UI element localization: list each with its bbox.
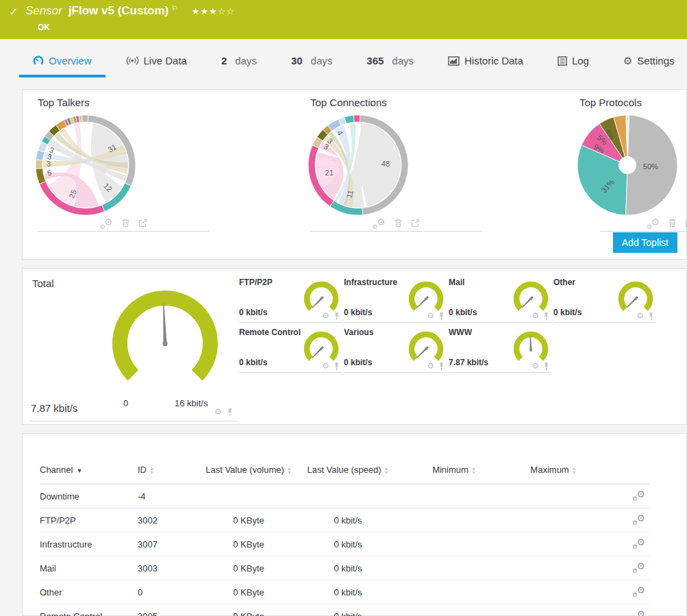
gear-icon[interactable]: ⚙⚙	[632, 537, 645, 549]
channel-gauge-label: Mail	[449, 278, 464, 287]
historic-chart-icon	[448, 56, 460, 66]
external-link-icon[interactable]	[138, 219, 147, 227]
table-row: Infrastructure30070 KByte0 kbit/s⚙⚙	[40, 532, 649, 556]
cell-channel[interactable]: Other	[40, 580, 138, 604]
pin-icon[interactable]	[542, 312, 550, 321]
cell-last-value-volume: 0 KByte	[204, 580, 293, 604]
toplist-actions: ⚙⚙	[38, 217, 209, 229]
sort-desc-icon: ▼	[76, 467, 82, 474]
sort-icon: ▲▼	[471, 467, 476, 475]
tab-30-days[interactable]: 30days	[291, 55, 332, 77]
gear-icon[interactable]: ⚙⚙	[647, 217, 660, 229]
svg-text:50%: 50%	[643, 162, 658, 171]
cell-id: 3003	[138, 556, 204, 580]
pin-icon[interactable]	[647, 312, 655, 321]
tab-live-data[interactable]: Live Data	[126, 55, 187, 77]
top-protocols-pie-chart[interactable]: 50%31%9%5%4%	[576, 114, 679, 217]
total-gauge	[97, 287, 234, 392]
trash-icon[interactable]	[668, 218, 677, 227]
external-link-icon[interactable]	[411, 219, 420, 227]
pin-icon[interactable]	[438, 362, 445, 371]
tab-365-days[interactable]: 365days	[366, 55, 414, 77]
gear-icon[interactable]: ⚙	[427, 311, 434, 321]
channel-gauge-label: FTP/P2P	[239, 278, 273, 287]
pin-icon[interactable]	[438, 312, 445, 321]
gear-icon[interactable]: ⚙⚙	[632, 561, 645, 573]
column-header-maximum[interactable]: Maximum▲▼	[505, 458, 601, 484]
channel-table: Channel▼ID▲▼Last Value (volume)▲▼Last Va…	[40, 458, 649, 616]
column-header-id[interactable]: ID▲▼	[138, 458, 204, 484]
gear-icon[interactable]: ⚙⚙	[373, 217, 386, 229]
pin-icon[interactable]	[542, 362, 550, 371]
gear-icon[interactable]: ⚙	[214, 407, 222, 417]
mini-gauge-mail: Mail0 kbit/s⚙	[449, 277, 551, 323]
trash-icon[interactable]	[394, 218, 403, 227]
gear-icon[interactable]: ⚙⚙	[100, 217, 113, 229]
sort-icon: ▲▼	[384, 467, 389, 475]
cell-minimum	[403, 508, 505, 532]
cell-channel[interactable]: FTP/P2P	[40, 508, 138, 532]
cell-last-value-speed: 0 kbit/s	[293, 604, 403, 616]
gear-icon[interactable]: ⚙	[322, 361, 329, 371]
column-header-last-value-speed-[interactable]: Last Value (speed)▲▼	[293, 458, 403, 484]
cell-last-value-speed: 0 kbit/s	[293, 532, 403, 556]
add-toplist-button[interactable]: Add Toplist	[613, 232, 677, 253]
gear-icon[interactable]: ⚙	[636, 311, 644, 321]
cell-channel[interactable]: Remote Control	[40, 604, 138, 616]
tab-2-days[interactable]: 2days	[221, 55, 257, 77]
mini-gauge-remote-control: Remote Control0 kbit/s⚙	[239, 327, 342, 373]
pin-icon[interactable]	[226, 408, 234, 417]
tab-historic-data[interactable]: Historic Data	[448, 55, 523, 77]
gear-icon[interactable]: ⚙	[427, 361, 434, 371]
cell-id: 0	[138, 580, 204, 604]
cell-channel[interactable]: Mail	[40, 556, 138, 580]
gear-icon[interactable]: ⚙⚙	[632, 513, 645, 525]
gear-icon[interactable]: ⚙⚙	[632, 609, 645, 616]
svg-text:5: 5	[47, 169, 53, 177]
pin-icon[interactable]	[333, 312, 340, 321]
svg-text:21: 21	[325, 169, 334, 177]
column-header-channel[interactable]: Channel▼	[40, 458, 138, 484]
column-header-minimum[interactable]: Minimum▲▼	[403, 458, 505, 484]
cell-last-value-speed	[293, 484, 403, 508]
toplist-title: Top Protocols	[579, 97, 687, 108]
cell-maximum	[505, 508, 601, 532]
gauge-min-label: 0	[123, 398, 128, 408]
channel-gauge-label: Various	[344, 328, 373, 337]
column-header-last-value-volume-[interactable]: Last Value (volume)▲▼	[204, 458, 293, 484]
cell-maximum	[505, 604, 601, 616]
tab-settings[interactable]: ⚙Settings	[623, 55, 675, 77]
toplist-title: Top Talkers	[38, 97, 224, 108]
cell-id: 3002	[138, 508, 204, 532]
gear-icon[interactable]: ⚙	[532, 311, 539, 321]
channel-gauge-value: 0 kbit/s	[239, 358, 267, 367]
pin-icon[interactable]	[333, 362, 340, 371]
channel-gauge-value: 0 kbit/s	[344, 308, 372, 317]
gear-icon[interactable]: ⚙	[322, 311, 329, 321]
cell-last-value-speed: 0 kbit/s	[293, 556, 403, 580]
table-row: Remote Control30050 KByte0 kbit/s⚙⚙	[40, 604, 649, 616]
tab-log[interactable]: Log	[558, 55, 589, 77]
live-icon	[126, 56, 139, 65]
gear-icon[interactable]: ⚙⚙	[632, 585, 645, 597]
priority-stars[interactable]: ★★★☆☆	[192, 6, 235, 16]
cell-channel[interactable]: Infrastructure	[40, 532, 138, 556]
cell-last-value-volume: 0 KByte	[204, 604, 293, 616]
channel-gauge-value: 0 kbit/s	[239, 308, 267, 317]
sort-icon: ▲▼	[572, 467, 577, 475]
tab-overview[interactable]: Overview	[19, 55, 105, 77]
top-connections-chord-chart[interactable]: 481121334	[307, 114, 410, 217]
table-row: FTP/P2P30020 KByte0 kbit/s⚙⚙	[40, 508, 649, 532]
sensor-status-text: OK	[38, 23, 50, 32]
toplist-title: Top Connections	[310, 97, 497, 108]
gear-icon[interactable]: ⚙	[532, 361, 539, 371]
trash-icon[interactable]	[121, 218, 130, 227]
gear-icon[interactable]: ⚙⚙	[632, 489, 645, 501]
cell-minimum	[403, 484, 505, 508]
top-talkers-chord-chart[interactable]: 3112255333	[34, 114, 137, 217]
cell-minimum	[403, 580, 505, 604]
toplist-actions: ⚙⚙	[310, 217, 482, 229]
gear-icon: ⚙	[623, 56, 632, 66]
cell-channel[interactable]: Downtime	[40, 484, 138, 508]
flag-icon[interactable]: ⚐	[171, 4, 178, 12]
